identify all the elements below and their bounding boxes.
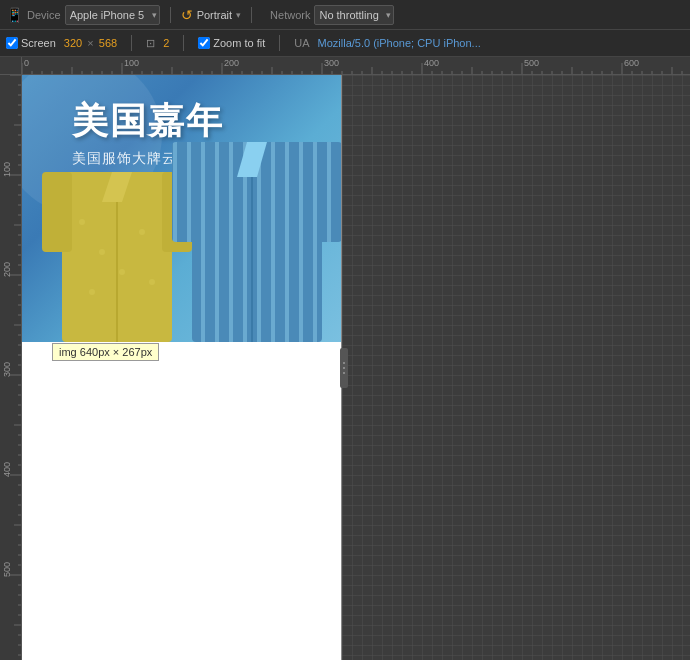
zoom-label: Zoom to fit (213, 37, 265, 49)
white-content-area (22, 342, 341, 642)
svg-rect-18 (314, 142, 341, 242)
v-ruler-canvas (0, 75, 22, 660)
divider-1 (170, 7, 171, 23)
divider-4 (183, 35, 184, 51)
divider-5 (279, 35, 280, 51)
resizer-dot-3 (343, 372, 345, 374)
screen-label: Screen (21, 37, 56, 49)
banner-section: 美国嘉年 美国服饰大牌云集 (22, 75, 341, 342)
screen-height: 568 (99, 37, 117, 49)
portrait-arrow: ▾ (236, 10, 241, 20)
top-toolbar: 📱 Device Apple iPhone 5 ↺ Portrait ▾ Net… (0, 0, 690, 57)
toolbar-row2: Screen 320 × 568 ⊡ 2 Zoom to fit UA Mozi… (0, 30, 690, 56)
shirt-striped-group (172, 142, 341, 342)
svg-point-7 (139, 229, 145, 235)
device-frame: 美国嘉年 美国服饰大牌云集 (22, 75, 342, 660)
shirt-yellow-group (42, 172, 192, 342)
rotate-icon: ↺ (181, 7, 193, 23)
svg-point-6 (99, 249, 105, 255)
svg-point-5 (79, 219, 85, 225)
main-area: 美国嘉年 美国服饰大牌云集 (0, 57, 690, 660)
screen-checkbox[interactable] (6, 37, 18, 49)
resizer-dot-2 (343, 367, 345, 369)
ruler-corner (0, 57, 22, 74)
screen-dims: 320 × 568 (64, 37, 117, 49)
ruler-top-row (0, 57, 690, 75)
network-label: Network (270, 9, 310, 21)
ruler-vertical (0, 75, 22, 660)
device-label: Device (27, 9, 61, 21)
svg-point-8 (119, 269, 125, 275)
throttle-select-wrap[interactable]: No throttling (314, 5, 394, 25)
device-icon: 📱 (6, 7, 23, 23)
resizer-dot-1 (343, 362, 345, 364)
divider-2 (251, 7, 252, 23)
svg-rect-17 (172, 142, 200, 242)
ua-value: Mozilla/5.0 (iPhone; CPU iPhon... (318, 37, 481, 49)
content-row: 美国嘉年 美国服饰大牌云集 (0, 75, 690, 660)
zoom-checkbox[interactable] (198, 37, 210, 49)
ruler-horizontal (22, 57, 690, 74)
throttle-select[interactable]: No throttling (314, 5, 394, 25)
resizer-handle[interactable] (340, 348, 348, 388)
svg-point-9 (89, 289, 95, 295)
h-ruler-canvas (22, 57, 690, 74)
device-select[interactable]: Apple iPhone 5 (65, 5, 160, 25)
network-section: Network No throttling (270, 5, 394, 25)
clothing-svg (42, 122, 341, 342)
img-tooltip-text: img 640px × 267px (59, 346, 152, 358)
screen-x-sep: × (87, 37, 93, 49)
zoom-checkbox-wrap[interactable]: Zoom to fit (198, 37, 265, 49)
svg-point-10 (149, 279, 155, 285)
portrait-label: Portrait (197, 9, 232, 21)
dpr-icon: ⊡ (146, 37, 155, 50)
toolbar-row1: 📱 Device Apple iPhone 5 ↺ Portrait ▾ Net… (0, 0, 690, 30)
img-tooltip: img 640px × 267px (52, 343, 159, 361)
screen-width: 320 (64, 37, 82, 49)
dpr-value: 2 (163, 37, 169, 49)
screen-checkbox-wrap[interactable]: Screen (6, 37, 56, 49)
ua-label: UA (294, 37, 309, 49)
device-select-wrap[interactable]: Apple iPhone 5 (65, 5, 160, 25)
canvas-content: 美国嘉年 美国服饰大牌云集 (22, 75, 690, 660)
divider-3 (131, 35, 132, 51)
svg-rect-3 (42, 172, 72, 252)
